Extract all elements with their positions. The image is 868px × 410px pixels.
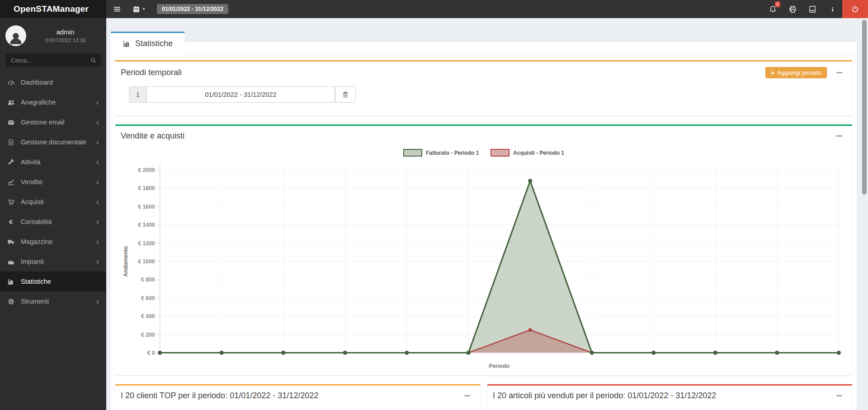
chevron-left-icon: ‹ [96, 138, 99, 146]
panel-title: I 20 clienti TOP per il periodo: 01/01/2… [121, 391, 318, 400]
panel-tools: + Aggiungi periodo [765, 67, 847, 78]
user-panel: admin 07/07/2022 12:18 [0, 18, 106, 52]
book-icon [808, 5, 817, 14]
info-icon: i [828, 5, 837, 14]
chevron-left-icon: ‹ [96, 118, 99, 126]
sidebar-item-label: Contabilità [21, 218, 52, 225]
sidebar-item-contabilita[interactable]: €Contabilità‹ [0, 212, 106, 232]
sidebar-menu: DashboardAnagrafiche‹Gestione email‹Gest… [0, 72, 106, 311]
chevron-left-icon: ‹ [96, 98, 99, 106]
manual-button[interactable] [802, 0, 822, 18]
period-index: 1 [129, 86, 147, 103]
user-meta: admin 07/07/2022 12:18 [30, 29, 101, 43]
sidebar-item-vendite[interactable]: Vendite‹ [0, 172, 106, 192]
sidebar-toggle-button[interactable] [106, 0, 128, 18]
svg-text:€: € [9, 218, 13, 225]
tab-statistiche[interactable]: Statistiche [111, 32, 184, 54]
legend-label: Fatturato - Periodo 1 [426, 150, 479, 156]
delete-period-button[interactable] [335, 86, 356, 103]
hamburger-icon [113, 5, 121, 13]
svg-text:€ 200: € 200 [141, 332, 155, 338]
minus-icon [836, 395, 842, 397]
panel-title: I 20 articoli più venduti per il periodo… [493, 391, 716, 400]
top-clients-header: I 20 clienti TOP per il periodo: 01/01/2… [115, 386, 480, 405]
legend-swatch [403, 149, 422, 157]
svg-text:€ 600: € 600 [141, 295, 155, 301]
sidebar-item-label: Attività [21, 158, 41, 166]
collapse-button[interactable] [835, 391, 843, 400]
chart-line-icon [7, 178, 15, 186]
sidebar-item-magazzino[interactable]: Magazzino‹ [0, 232, 106, 252]
tab-label: Statistiche [135, 39, 173, 48]
top-navbar: OpenSTAManager 01/01/2022 - 31/12/2022 1… [0, 0, 868, 18]
svg-text:€ 1000: € 1000 [138, 258, 155, 265]
chevron-left-icon: ‹ [96, 297, 99, 305]
sidebar-item-attivita[interactable]: Attività‹ [0, 152, 106, 172]
svg-text:€ 400: € 400 [141, 313, 155, 319]
legend-item: Acquisti - Periodo 1 [491, 149, 564, 157]
svg-text:€ 2000: € 2000 [138, 167, 155, 173]
sidebar-item-label: Dashboard [21, 79, 53, 86]
svg-text:€ 1600: € 1600 [138, 204, 155, 210]
panel-tools [835, 132, 847, 140]
print-button[interactable] [783, 0, 802, 18]
sidebar-item-anagrafiche[interactable]: Anagrafiche‹ [0, 92, 106, 112]
svg-text:i: i [831, 5, 833, 12]
svg-text:Periodo: Periodo [489, 363, 510, 369]
sidebar-item-statistiche[interactable]: Statistiche [0, 272, 106, 291]
periods-panel: Periodi temporali + Aggiungi periodo 1 [115, 60, 852, 115]
logout-button[interactable] [842, 0, 868, 18]
factory-icon [7, 258, 15, 266]
periods-panel-body: 1 [115, 83, 852, 115]
svg-text:Andamento: Andamento [123, 246, 129, 277]
scrollbar-thumb[interactable] [862, 20, 867, 195]
collapse-button[interactable] [835, 69, 843, 77]
svg-text:€ 800: € 800 [141, 277, 155, 283]
printer-icon [788, 5, 797, 14]
tab-content: Periodi temporali + Aggiungi periodo 1 [111, 54, 857, 410]
avatar [5, 25, 26, 46]
bottom-panels-row: I 20 clienti TOP per il periodo: 01/01/2… [115, 384, 852, 410]
calendar-icon [132, 5, 140, 13]
search-input[interactable] [5, 53, 101, 67]
period-calendar-button[interactable] [128, 0, 151, 18]
search-button[interactable] [88, 55, 98, 65]
top-clients-panel: I 20 clienti TOP per il periodo: 01/01/2… [115, 384, 480, 410]
add-period-button[interactable]: + Aggiungi periodo [765, 67, 827, 78]
chevron-left-icon: ‹ [96, 158, 99, 166]
sidebar: admin 07/07/2022 12:18 DashboardAnagrafi… [0, 18, 106, 410]
periods-panel-header: Periodi temporali + Aggiungi periodo [115, 62, 852, 83]
panel-title: Periodi temporali [121, 68, 182, 77]
top-articles-panel: I 20 articoli più venduti per il periodo… [487, 384, 852, 410]
chart-legend: Fatturato - Periodo 1Acquisti - Periodo … [121, 146, 847, 157]
login-datetime: 07/07/2022 12:18 [30, 38, 101, 43]
app-logo[interactable]: OpenSTAManager [0, 0, 106, 18]
period-range-input[interactable] [147, 86, 335, 103]
file-icon [7, 138, 15, 146]
sidebar-item-gestione-documentale[interactable]: Gestione documentale‹ [0, 132, 106, 152]
sidebar-item-impianti[interactable]: Impianti‹ [0, 252, 106, 272]
euro-icon: € [7, 218, 15, 226]
truck-icon [7, 238, 15, 246]
sales-panel-header: Vendite e acquisti [115, 126, 852, 145]
notifications-button[interactable]: 1 [763, 0, 783, 18]
navbar: 01/01/2022 - 31/12/2022 1i [106, 0, 868, 18]
sales-purchases-panel: Vendite e acquisti Fatturato - Periodo 1… [115, 124, 852, 375]
sidebar-item-gestione-email[interactable]: Gestione email‹ [0, 112, 106, 132]
search-icon [90, 57, 97, 64]
sidebar-item-acquisti[interactable]: Acquisti‹ [0, 192, 106, 212]
chevron-left-icon: ‹ [96, 257, 99, 266]
power-icon [851, 5, 859, 14]
chevron-left-icon: ‹ [96, 238, 99, 246]
main-content: Statistiche Periodi temporali + Aggiungi… [106, 18, 868, 410]
sidebar-item-dashboard[interactable]: Dashboard [0, 72, 106, 92]
collapse-button[interactable] [835, 132, 843, 140]
svg-text:€ 1800: € 1800 [138, 185, 155, 191]
date-range-selector[interactable]: 01/01/2022 - 31/12/2022 [157, 4, 228, 14]
user-icon [8, 30, 24, 46]
sidebar-item-strumenti[interactable]: Strumenti‹ [0, 291, 106, 311]
user-name: admin [30, 29, 101, 36]
top-articles-header: I 20 articoli più venduti per il periodo… [487, 386, 852, 405]
info-button[interactable]: i [822, 0, 842, 18]
collapse-button[interactable] [463, 391, 471, 400]
